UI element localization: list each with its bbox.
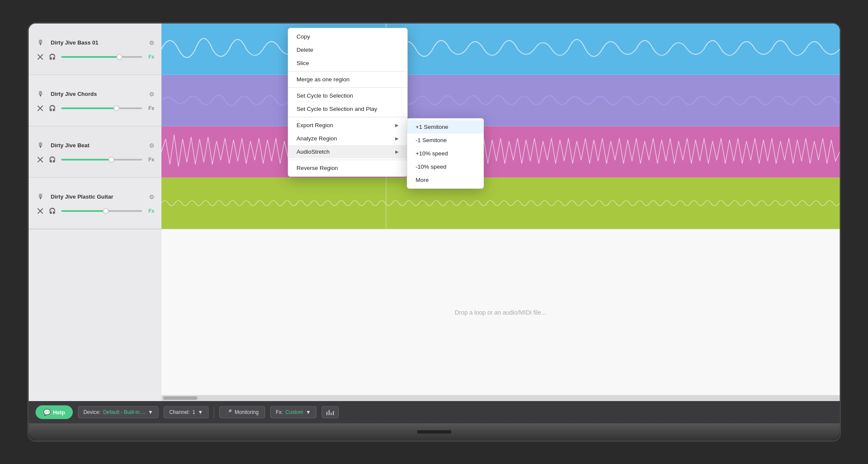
laptop-notch	[417, 430, 451, 434]
empty-track-area	[29, 229, 161, 401]
track-content-area: // This won't run in SVG context, handle…	[161, 24, 840, 401]
headphone-btn-bass[interactable]: 🎧	[48, 52, 57, 62]
channel-selector[interactable]: Channel: 1 ▼	[164, 406, 209, 418]
track-header-bass: 🎙 Dirty Jive Bass 01 ⚙	[29, 24, 161, 75]
context-menu-set-cycle[interactable]: Set Cycle to Selection	[288, 89, 407, 102]
export-region-arrow: ▶	[395, 123, 399, 128]
volume-slider-chords[interactable]	[61, 107, 143, 109]
laptop-bottom	[29, 423, 840, 440]
fx-label-beat[interactable]: Fx	[148, 157, 154, 163]
mute-btn-chords[interactable]	[36, 104, 45, 113]
headphone-btn-guitar[interactable]: 🎧	[48, 206, 57, 216]
eq-icon	[326, 409, 334, 415]
help-button[interactable]: 💬 Help	[36, 405, 73, 419]
fx-label-chords[interactable]: Fx	[148, 105, 154, 111]
track-header-beat: 🎙 Dirty Jive Beat ⚙	[29, 126, 161, 178]
gear-icon-beat[interactable]: ⚙	[149, 142, 155, 149]
daw-main: 🎙 Dirty Jive Bass 01 ⚙	[29, 24, 840, 423]
laptop-frame: 🎙 Dirty Jive Bass 01 ⚙	[27, 22, 841, 442]
bottom-bar: 💬 Help Device: Default - Built-in ... ▼ …	[29, 401, 840, 423]
submenu-more[interactable]: More	[407, 173, 483, 187]
submenu-minus10-speed[interactable]: -10% speed	[407, 160, 483, 173]
track-name-guitar: Dirty Jive Plastic Guitar	[51, 193, 113, 200]
eq-button[interactable]	[322, 406, 339, 418]
context-menu-reverse-region[interactable]: Reverse Region	[288, 161, 407, 175]
separator-bottom	[214, 406, 214, 418]
gear-icon-guitar[interactable]: ⚙	[149, 193, 155, 200]
audiostretch-arrow: ▶	[395, 149, 399, 154]
headphone-btn-beat[interactable]: 🎧	[48, 155, 57, 164]
mic-icon-guitar: 🎙	[36, 191, 46, 203]
monitoring-button[interactable]: 🎤 Monitoring	[219, 406, 265, 418]
device-selector[interactable]: Device: Default - Built-in ... ▼	[78, 406, 159, 418]
track-name-bass: Dirty Jive Bass 01	[51, 39, 98, 46]
fx-selector[interactable]: Fx: Custom ▼	[270, 406, 316, 418]
headphone-btn-chords[interactable]: 🎧	[48, 104, 57, 113]
mic-icon-beat: 🎙	[36, 140, 46, 152]
fx-value: Custom	[286, 409, 303, 415]
fx-dropdown-icon: ▼	[306, 409, 311, 415]
gear-icon-chords[interactable]: ⚙	[149, 91, 155, 98]
audiostretch-submenu: +1 Semitone -1 Semitone +10% speed -10% …	[407, 118, 484, 189]
laptop-screen: 🎙 Dirty Jive Bass 01 ⚙	[29, 24, 840, 423]
context-menu-delete[interactable]: Delete	[288, 43, 407, 57]
fx-label-bass[interactable]: Fx	[148, 54, 154, 60]
mic-icon-bass: 🎙	[36, 37, 46, 49]
mute-btn-bass[interactable]	[36, 52, 45, 62]
track-header-chords: 🎙 Dirty Jive Chords ⚙	[29, 75, 161, 126]
gear-icon-bass[interactable]: ⚙	[149, 39, 155, 46]
track-header-guitar: 🎙 Dirty Jive Plastic Guitar ⚙	[29, 178, 161, 229]
channel-dropdown-icon: ▼	[198, 409, 203, 415]
channel-value: 1	[192, 409, 195, 415]
submenu-minus1-semitone[interactable]: -1 Semitone	[407, 134, 483, 147]
monitoring-icon: 🎤	[226, 409, 232, 415]
mic-icon-chords: 🎙	[36, 88, 46, 100]
track-name-chords: Dirty Jive Chords	[51, 91, 97, 97]
submenu-plus10-speed[interactable]: +10% speed	[407, 147, 483, 160]
separator-3	[288, 117, 407, 117]
fx-label-guitar[interactable]: Fx	[148, 208, 154, 214]
context-menu-overlay: Copy Delete Slice Merge as one region	[161, 24, 840, 401]
separator-2	[288, 87, 407, 88]
context-menu-copy[interactable]: Copy	[288, 30, 407, 43]
device-dropdown-icon: ▼	[148, 409, 153, 415]
separator-1	[288, 71, 407, 71]
context-menu-slice[interactable]: Slice	[288, 57, 407, 70]
context-menu: Copy Delete Slice Merge as one region	[288, 28, 408, 177]
mute-btn-beat[interactable]	[36, 155, 45, 164]
analyze-region-arrow: ▶	[395, 136, 399, 141]
context-menu-merge[interactable]: Merge as one region	[288, 73, 407, 86]
context-menu-set-cycle-play[interactable]: Set Cycle to Selection and Play	[288, 102, 407, 116]
volume-slider-bass[interactable]	[61, 56, 143, 58]
track-name-beat: Dirty Jive Beat	[51, 142, 89, 149]
submenu-plus1-semitone[interactable]: +1 Semitone	[407, 120, 483, 134]
track-headers: 🎙 Dirty Jive Bass 01 ⚙	[29, 24, 161, 401]
context-menu-audiostretch[interactable]: AudioStretch ▶	[288, 145, 407, 158]
volume-slider-guitar[interactable]	[61, 210, 143, 212]
separator-4	[288, 160, 407, 160]
mute-btn-guitar[interactable]	[36, 206, 45, 216]
context-menu-analyze-region[interactable]: Analyze Region ▶	[288, 132, 407, 145]
device-value: Default - Built-in ...	[103, 409, 146, 415]
volume-slider-beat[interactable]	[61, 159, 143, 161]
context-menu-export-region[interactable]: Export Region ▶	[288, 119, 407, 132]
tracks-area: 🎙 Dirty Jive Bass 01 ⚙	[29, 24, 840, 401]
